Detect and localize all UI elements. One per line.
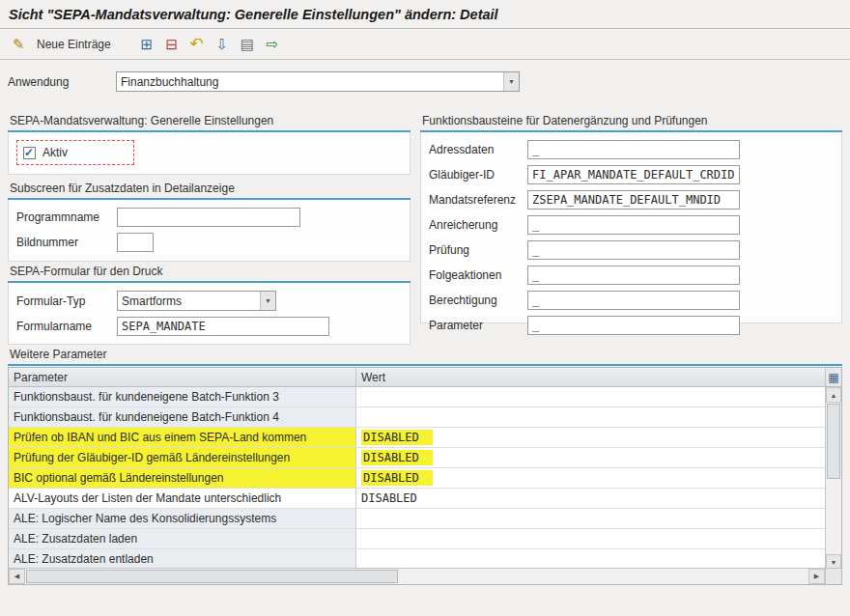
table-row[interactable]: Prüfung der Gläubiger-ID gemäß Länderein… bbox=[9, 448, 826, 468]
param-cell[interactable]: Prüfung der Gläubiger-ID gemäß Länderein… bbox=[9, 448, 356, 467]
wert-cell[interactable] bbox=[356, 549, 826, 569]
weitere-parameter-title: Weitere Parameter bbox=[8, 346, 842, 366]
formular-typ-select[interactable]: Smartforms bbox=[117, 291, 276, 311]
wert-cell[interactable]: DISABLED bbox=[356, 468, 826, 488]
wert-cell[interactable] bbox=[356, 529, 826, 548]
field-label: Folgeaktionen bbox=[429, 268, 527, 282]
programmname-input[interactable] bbox=[117, 208, 300, 227]
adressdaten-input[interactable]: _ bbox=[527, 140, 740, 159]
mandatsreferenz-input[interactable]: ZSEPA_MANDATE_DEFAULT_MNDID bbox=[527, 190, 740, 210]
wert-cell[interactable]: DISABLED bbox=[356, 448, 826, 467]
page-title: Sicht "SEPA-Mandatsverwaltung: Generelle… bbox=[9, 7, 498, 22]
scroll-right-button[interactable] bbox=[808, 569, 825, 584]
param-cell[interactable]: ALE: Zusatzdaten laden bbox=[9, 529, 356, 548]
new-entries-button[interactable]: Neue Einträge bbox=[33, 34, 119, 55]
anwendung-row: Anwendung Finanzbuchhaltung bbox=[8, 71, 520, 92]
table-header: Parameter Wert bbox=[9, 368, 841, 387]
bildnummer-input[interactable] bbox=[117, 233, 154, 252]
table-body: Funktionsbaust. für kundeneigene Batch-F… bbox=[9, 387, 826, 570]
column-header-parameter: Parameter bbox=[9, 368, 356, 386]
hscroll-thumb[interactable] bbox=[26, 570, 398, 583]
vscroll-track[interactable] bbox=[826, 480, 841, 554]
folgeaktionen-input[interactable]: _ bbox=[527, 266, 740, 285]
param-cell[interactable]: Prüfen ob IBAN und BIC aus einem SEPA-La… bbox=[9, 428, 356, 447]
param-cell[interactable]: Funktionsbaust. für kundeneigene Batch-F… bbox=[9, 387, 356, 406]
formular-typ-label: Formular-Typ bbox=[16, 294, 117, 308]
programmname-label: Programmname bbox=[16, 210, 117, 224]
undo-icon[interactable]: ↶ bbox=[186, 34, 208, 55]
berechtigung-input[interactable]: _ bbox=[527, 291, 740, 310]
vscroll-thumb[interactable] bbox=[827, 404, 840, 479]
group-general-settings: SEPA-Mandatsverwaltung: Generelle Einste… bbox=[8, 112, 411, 175]
toolbar: ✎ Neue Einträge ⊞ ⊟ ↶ ⇩ ▤ ⇨ bbox=[0, 29, 850, 60]
group-title-funktionsbausteine: Funktionsbausteine für Datenergänzung un… bbox=[420, 112, 842, 132]
wert-cell[interactable]: DISABLED bbox=[356, 428, 826, 447]
scroll-up-button[interactable] bbox=[826, 387, 841, 403]
parameter-input[interactable]: _ bbox=[527, 316, 740, 335]
param-cell[interactable]: ALE: Logischer Name des Konsolidierungss… bbox=[9, 509, 356, 528]
group-subscreen: Subscreen für Zusatzdaten in Detailanzei… bbox=[8, 180, 411, 262]
anwendung-label: Anwendung bbox=[8, 75, 116, 89]
table-row[interactable]: Funktionsbaust. für kundeneigene Batch-F… bbox=[9, 407, 826, 428]
wert-cell[interactable] bbox=[356, 509, 826, 528]
transport-icon[interactable]: ⇨ bbox=[262, 34, 283, 55]
table-row[interactable]: ALE: Zusatzdaten entladen bbox=[9, 549, 826, 570]
group-title-formular: SEPA-Formular für den Druck bbox=[8, 263, 411, 283]
group-sepa-formular: SEPA-Formular für den Druck Formular-Typ… bbox=[8, 263, 411, 345]
aktiv-label: Aktiv bbox=[42, 146, 68, 159]
delete-icon[interactable]: ⊟ bbox=[161, 34, 183, 55]
details-icon[interactable]: ▤ bbox=[237, 34, 258, 55]
field-label: Adressdaten bbox=[429, 143, 527, 156]
glaeubiger-id-input[interactable]: FI_APAR_MANDATE_DEFAULT_CRDID bbox=[527, 165, 740, 184]
field-label: Berechtigung bbox=[429, 294, 527, 307]
wert-cell[interactable]: DISABLED bbox=[356, 489, 826, 508]
hscroll-track[interactable] bbox=[399, 569, 808, 584]
field-label: Anreicherung bbox=[429, 218, 527, 232]
table-row[interactable]: ALE: Zusatzdaten laden bbox=[9, 529, 826, 549]
chevron-down-icon bbox=[260, 292, 275, 310]
formularname-label: Formularname bbox=[16, 320, 117, 333]
param-cell[interactable]: ALV-Layouts der Listen der Mandate unter… bbox=[9, 489, 356, 508]
table-row[interactable]: Funktionsbaust. für kundeneigene Batch-F… bbox=[9, 387, 826, 407]
parameter-table: Parameter Wert Funktionsbaust. für kunde… bbox=[8, 367, 842, 585]
scroll-left-button[interactable] bbox=[9, 569, 25, 584]
table-row[interactable]: ALE: Logischer Name des Konsolidierungss… bbox=[9, 509, 826, 529]
anwendung-select[interactable]: Finanzbuchhaltung bbox=[116, 71, 520, 92]
param-cell[interactable]: BIC optional gemäß Ländereinstellungen bbox=[9, 468, 356, 488]
wert-cell[interactable] bbox=[356, 387, 826, 406]
grid-icon bbox=[828, 371, 838, 384]
table-config-button[interactable] bbox=[825, 368, 841, 386]
table-row[interactable]: ALV-Layouts der Listen der Mandate unter… bbox=[9, 489, 826, 509]
param-cell[interactable]: ALE: Zusatzdaten entladen bbox=[9, 549, 356, 569]
chevron-down-icon bbox=[503, 72, 519, 91]
formularname-input[interactable]: SEPA_MANDATE bbox=[117, 317, 329, 336]
field-label: Mandatsreferenz bbox=[429, 193, 527, 207]
titlebar: Sicht "SEPA-Mandatsverwaltung: Generelle… bbox=[0, 0, 850, 29]
copy-as-icon[interactable]: ⊞ bbox=[136, 34, 157, 55]
field-label: Prüfung bbox=[429, 243, 527, 257]
bildnummer-label: Bildnummer bbox=[16, 236, 117, 249]
scrollbar-corner bbox=[825, 569, 841, 584]
table-row[interactable]: Prüfen ob IBAN und BIC aus einem SEPA-La… bbox=[9, 428, 826, 448]
table-row[interactable]: BIC optional gemäß Ländereinstellungen D… bbox=[9, 468, 826, 489]
param-cell[interactable]: Funktionsbaust. für kundeneigene Batch-F… bbox=[9, 407, 356, 427]
vertical-scrollbar[interactable] bbox=[825, 387, 841, 570]
group-title-general: SEPA-Mandatsverwaltung: Generelle Einste… bbox=[8, 112, 411, 132]
anreicherung-input[interactable]: _ bbox=[527, 215, 740, 235]
group-funktionsbausteine: Funktionsbausteine für Datenergänzung un… bbox=[420, 112, 842, 323]
horizontal-scrollbar[interactable] bbox=[9, 568, 841, 584]
wert-cell[interactable] bbox=[356, 407, 826, 427]
field-label: Gläubiger-ID bbox=[429, 168, 527, 182]
focus-frame: Aktiv bbox=[16, 140, 134, 165]
formular-typ-value: Smartforms bbox=[118, 294, 260, 308]
change-display-icon[interactable]: ✎ bbox=[8, 34, 29, 55]
field-label: Parameter bbox=[429, 319, 527, 332]
pruefung-input[interactable]: _ bbox=[527, 240, 740, 260]
select-all-icon[interactable]: ⇩ bbox=[212, 34, 233, 55]
aktiv-checkbox[interactable] bbox=[23, 147, 36, 159]
column-header-wert: Wert bbox=[356, 368, 825, 386]
anwendung-value: Finanzbuchhaltung bbox=[117, 75, 503, 89]
group-title-subscreen: Subscreen für Zusatzdaten in Detailanzei… bbox=[8, 180, 411, 200]
